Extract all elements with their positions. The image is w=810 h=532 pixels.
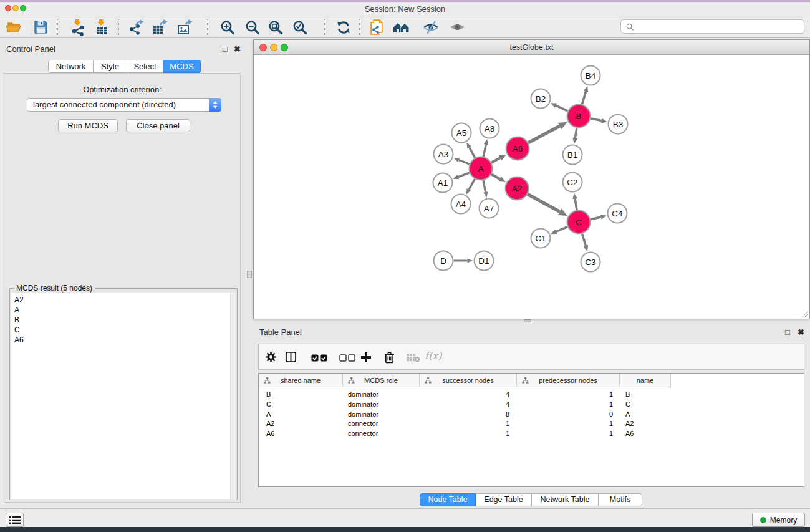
table-row[interactable]: C dominator 4 1 C [259, 400, 670, 410]
graph-arrowhead-A-A1 [453, 175, 459, 179]
column-header-shared-name[interactable]: shared name [259, 374, 343, 387]
graph-edge-A-A3[interactable] [459, 160, 470, 164]
graph-edge-A6-B[interactable] [528, 126, 559, 143]
list-item[interactable]: B [14, 315, 24, 325]
graph-edge-C-C2[interactable] [575, 199, 577, 210]
select-all-button[interactable] [311, 354, 327, 365]
graph-node-label-A1: A1 [438, 178, 448, 188]
network-window-titlebar[interactable]: testGlobe.txt [254, 40, 809, 55]
memory-label: Memory [770, 516, 797, 525]
open-session-button[interactable] [3, 17, 24, 37]
add-column-button[interactable] [360, 352, 372, 365]
fit-content-icon [268, 19, 284, 36]
search-input[interactable] [637, 21, 801, 32]
delete-columns-button[interactable] [384, 351, 395, 366]
zoom-in-button[interactable] [217, 17, 238, 37]
tab-style[interactable]: Style [94, 60, 127, 73]
export-image-button[interactable] [175, 17, 196, 37]
criterion-dropdown[interactable]: largest connected component (directed) [27, 98, 221, 112]
graph-arrowhead-A-A7 [483, 191, 488, 198]
import-network-icon [69, 19, 87, 36]
list-item[interactable]: A2 [14, 295, 24, 305]
graph-edge-A-A7[interactable] [483, 180, 486, 192]
close-panel-icon[interactable]: ✖ [234, 45, 241, 53]
table-settings-button[interactable] [265, 351, 277, 365]
list-item[interactable]: A [14, 305, 24, 315]
tab-network-table[interactable]: Network Table [532, 493, 599, 506]
table-row[interactable]: A2 connector 1 1 A2 [259, 419, 670, 429]
tab-motifs[interactable]: Motifs [599, 493, 642, 506]
graph-edge-C-C3[interactable] [582, 234, 586, 246]
minimize-traffic-light[interactable] [270, 44, 277, 51]
tab-select[interactable]: Select [127, 60, 163, 73]
mcds-result-list[interactable]: A2 A B C A6 [11, 293, 236, 499]
graph-edge-A-A6[interactable] [491, 158, 500, 163]
control-panel-title: Control Panel [6, 44, 55, 54]
tab-edge-table[interactable]: Edge Table [476, 493, 532, 506]
graph-edge-A-A2[interactable] [491, 174, 499, 178]
save-session-button[interactable] [30, 17, 51, 37]
list-item[interactable]: C [14, 325, 24, 335]
export-table-button[interactable] [150, 17, 171, 37]
close-panel-icon[interactable]: ✖ [798, 328, 804, 336]
graph-node-label-B4: B4 [586, 71, 596, 80]
graph-edge-A-A4[interactable] [469, 179, 475, 190]
graph-edge-B-B4[interactable] [582, 92, 586, 105]
table-row[interactable]: A6 connector 1 1 A6 [259, 429, 670, 439]
table-row[interactable]: A dominator 8 0 A [259, 410, 670, 420]
column-header-successor-nodes[interactable]: successor nodes [420, 374, 517, 387]
network-graph[interactable]: B4B2BB3A8A5A6A3B1AA1C2A2A4A7C4CC1C3DD1 [254, 55, 809, 319]
show-columns-button[interactable] [285, 351, 297, 365]
graph-edge-A-A1[interactable] [458, 173, 470, 177]
tab-mcds[interactable]: MCDS [163, 60, 201, 73]
network-from-selection-button[interactable] [366, 17, 387, 37]
close-panel-button[interactable]: Close panel [126, 119, 190, 132]
export-table-icon [152, 19, 169, 36]
graph-edge-B-B3[interactable] [591, 118, 602, 121]
float-panel-icon[interactable]: □ [785, 328, 790, 336]
graph-arrowhead-C-C4 [600, 215, 607, 220]
trash-icon [384, 351, 395, 364]
graph-edge-C-C1[interactable] [556, 227, 567, 232]
graph-edge-A-A8[interactable] [483, 145, 486, 157]
table-row[interactable]: B dominator 4 1 B [259, 390, 670, 400]
hide-selected-button[interactable] [420, 17, 441, 37]
graph-edge-C-C4[interactable] [591, 217, 601, 220]
show-hidden-button[interactable] [446, 17, 468, 37]
fit-content-button[interactable] [265, 17, 286, 37]
list-item[interactable]: A6 [14, 335, 24, 345]
resize-grip-icon[interactable] [800, 309, 809, 318]
column-header-mcds-role[interactable]: MCDS role [343, 374, 420, 387]
scrollbar-track[interactable] [230, 293, 236, 499]
zoom-out-button[interactable] [242, 17, 263, 37]
delete-table-button-disabled[interactable] [406, 353, 420, 365]
graph-edge-B-B1[interactable] [575, 128, 577, 138]
horizontal-splitter-handle[interactable] [524, 319, 531, 322]
column-header-name[interactable]: name [620, 374, 671, 387]
vertical-splitter-handle[interactable] [247, 271, 252, 278]
graph-edge-B-B2[interactable] [556, 105, 567, 111]
tab-network[interactable]: Network [48, 60, 94, 73]
deselect-all-button[interactable] [339, 354, 355, 365]
graph-node-label-A2: A2 [512, 184, 523, 193]
zoom-selected-button[interactable] [289, 17, 311, 37]
dropdown-stepper-icon[interactable] [209, 98, 221, 112]
graph-node-label-C1: C1 [535, 234, 546, 243]
export-network-button[interactable] [126, 17, 147, 37]
zoom-traffic-light[interactable] [281, 44, 288, 51]
show-all-button[interactable] [391, 17, 412, 37]
close-traffic-light[interactable] [259, 44, 267, 51]
graph-edge-A2-C[interactable] [528, 194, 560, 211]
import-network-button[interactable] [67, 17, 89, 37]
refresh-icon [335, 19, 352, 36]
column-header-predecessor-nodes[interactable]: predecessor nodes [517, 374, 620, 387]
run-mcds-button[interactable]: Run MCDS [58, 119, 118, 132]
graph-edge-A-A5[interactable] [470, 147, 475, 158]
refresh-button[interactable] [333, 17, 354, 37]
tab-node-table[interactable]: Node Table [420, 493, 476, 506]
float-panel-icon[interactable]: □ [223, 45, 228, 53]
log-console-button[interactable] [6, 513, 24, 527]
import-table-button[interactable] [91, 17, 112, 37]
function-builder-button-disabled[interactable]: f(x) [425, 350, 441, 362]
memory-button[interactable]: Memory [752, 513, 805, 527]
